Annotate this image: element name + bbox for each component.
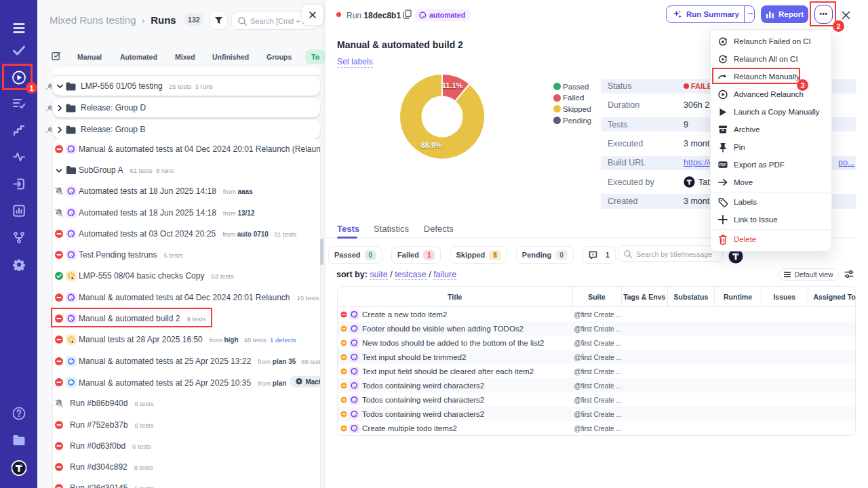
svg-text:11.1%: 11.1% <box>442 81 463 89</box>
svg-text:88.9%: 88.9% <box>420 141 441 149</box>
svg-text:PDF: PDF <box>719 163 727 167</box>
